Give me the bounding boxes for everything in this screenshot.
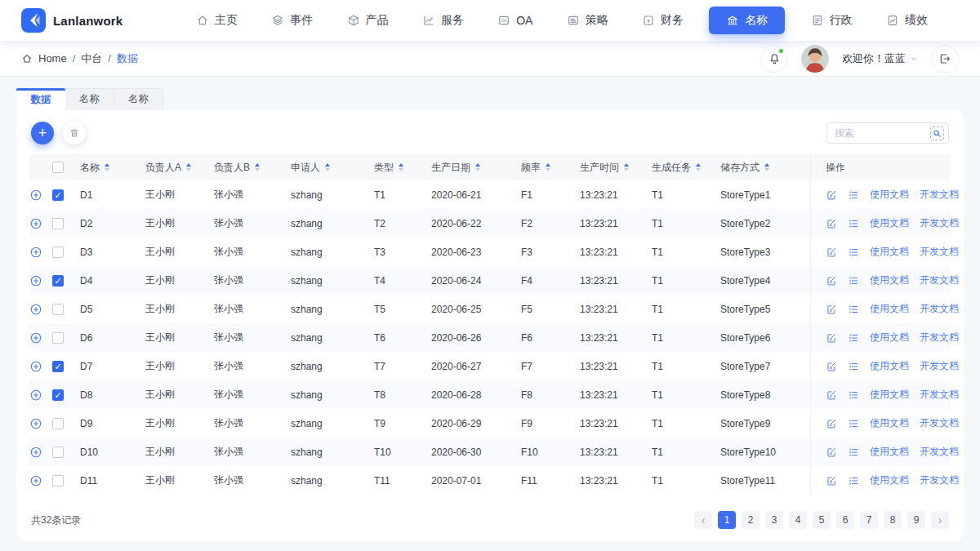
nav-item-绩效[interactable]: 绩效 — [878, 7, 936, 33]
tab-1[interactable]: 数据 — [16, 88, 65, 110]
row-checkbox[interactable] — [52, 418, 64, 429]
user-avatar[interactable] — [801, 45, 829, 73]
sort-icon[interactable] — [105, 163, 109, 171]
row-expand-button[interactable] — [29, 446, 52, 459]
usage-doc-link[interactable]: 使用文档 — [870, 331, 909, 344]
sort-icon[interactable] — [186, 163, 191, 171]
row-expand-button[interactable] — [29, 246, 52, 259]
row-checkbox[interactable] — [52, 475, 64, 487]
sort-icon[interactable] — [325, 163, 330, 171]
nav-item-名称[interactable]: 名称 — [709, 7, 785, 34]
prev-page-button[interactable]: ‹ — [694, 511, 712, 529]
edit-icon[interactable] — [826, 389, 837, 401]
edit-icon[interactable] — [826, 275, 837, 287]
list-icon[interactable] — [848, 304, 859, 315]
search-input[interactable] — [835, 127, 930, 139]
list-icon[interactable] — [848, 275, 859, 287]
dev-doc-link[interactable]: 开发文档 — [920, 473, 959, 487]
usage-doc-link[interactable]: 使用文档 — [870, 359, 909, 373]
breadcrumb-item[interactable]: 中台 — [81, 51, 102, 66]
page-button-9[interactable]: 9 — [907, 511, 925, 529]
add-button[interactable]: + — [31, 122, 54, 144]
delete-button[interactable] — [63, 122, 86, 144]
list-icon[interactable] — [848, 218, 859, 229]
page-button-4[interactable]: 4 — [789, 511, 807, 529]
row-checkbox[interactable]: ✓ — [52, 275, 64, 287]
row-checkbox[interactable] — [52, 218, 64, 229]
brand[interactable]: Lanlanwork — [21, 8, 158, 33]
list-icon[interactable] — [848, 361, 859, 372]
edit-icon[interactable] — [826, 361, 837, 372]
sort-icon[interactable] — [255, 163, 260, 171]
nav-item-OA[interactable]: OAOA — [489, 8, 541, 33]
nav-item-策略[interactable]: 策略 — [559, 7, 617, 33]
dev-doc-link[interactable]: 开发文档 — [920, 302, 959, 316]
sort-icon[interactable] — [696, 163, 701, 171]
usage-doc-link[interactable]: 使用文档 — [870, 473, 909, 487]
row-checkbox[interactable] — [52, 247, 64, 258]
row-checkbox[interactable]: ✓ — [52, 361, 64, 372]
list-icon[interactable] — [848, 475, 859, 487]
usage-doc-link[interactable]: 使用文档 — [870, 216, 909, 230]
sort-icon[interactable] — [475, 163, 480, 171]
list-icon[interactable] — [848, 332, 859, 344]
row-expand-button[interactable] — [29, 389, 52, 402]
dev-doc-link[interactable]: 开发文档 — [920, 445, 959, 459]
search-icon[interactable] — [930, 127, 944, 140]
nav-item-行政[interactable]: 行政 — [803, 7, 861, 33]
page-button-2[interactable]: 2 — [742, 511, 760, 529]
edit-icon[interactable] — [826, 447, 837, 458]
nav-item-事件[interactable]: 事件 — [263, 7, 321, 33]
list-icon[interactable] — [848, 247, 859, 258]
row-checkbox[interactable] — [52, 447, 64, 458]
edit-icon[interactable] — [826, 189, 837, 201]
list-icon[interactable] — [848, 389, 859, 401]
row-checkbox[interactable]: ✓ — [52, 389, 64, 401]
nav-item-主页[interactable]: 主页 — [188, 7, 246, 33]
usage-doc-link[interactable]: 使用文档 — [870, 273, 909, 287]
dev-doc-link[interactable]: 开发文档 — [920, 245, 959, 259]
usage-doc-link[interactable]: 使用文档 — [870, 245, 909, 259]
row-checkbox[interactable] — [52, 304, 64, 315]
logout-button[interactable] — [931, 45, 959, 73]
breadcrumb-item[interactable]: 数据 — [117, 51, 138, 66]
tab-2[interactable]: 名称 — [65, 88, 114, 110]
dev-doc-link[interactable]: 开发文档 — [920, 388, 959, 402]
row-expand-button[interactable] — [29, 474, 52, 487]
dev-doc-link[interactable]: 开发文档 — [920, 331, 959, 344]
row-checkbox[interactable]: ✓ — [52, 189, 64, 201]
page-button-1[interactable]: 1 — [718, 511, 736, 529]
notification-bell-button[interactable] — [760, 45, 788, 73]
dev-doc-link[interactable]: 开发文档 — [920, 188, 959, 202]
usage-doc-link[interactable]: 使用文档 — [870, 302, 909, 316]
breadcrumb-item[interactable]: Home — [38, 52, 67, 64]
dev-doc-link[interactable]: 开发文档 — [920, 416, 959, 430]
row-expand-button[interactable] — [29, 417, 52, 430]
page-button-5[interactable]: 5 — [813, 511, 831, 529]
sort-icon[interactable] — [399, 163, 403, 171]
page-button-3[interactable]: 3 — [765, 511, 783, 529]
sort-icon[interactable] — [546, 163, 550, 171]
row-expand-button[interactable] — [29, 217, 52, 230]
next-page-button[interactable]: › — [931, 511, 949, 529]
sort-icon[interactable] — [764, 163, 769, 171]
user-menu[interactable]: 欢迎你！蓝蓝 — [842, 51, 918, 66]
dev-doc-link[interactable]: 开发文档 — [920, 273, 959, 287]
edit-icon[interactable] — [826, 475, 837, 487]
sort-icon[interactable] — [624, 163, 629, 171]
usage-doc-link[interactable]: 使用文档 — [870, 416, 909, 430]
nav-item-产品[interactable]: 产品 — [339, 7, 397, 33]
row-expand-button[interactable] — [29, 331, 52, 344]
nav-item-财务[interactable]: ¥财务 — [634, 7, 692, 33]
usage-doc-link[interactable]: 使用文档 — [870, 445, 909, 459]
page-button-8[interactable]: 8 — [884, 511, 902, 529]
row-expand-button[interactable] — [29, 274, 52, 287]
dev-doc-link[interactable]: 开发文档 — [920, 359, 959, 373]
row-expand-button[interactable] — [29, 360, 52, 373]
edit-icon[interactable] — [826, 304, 837, 315]
row-expand-button[interactable] — [29, 189, 52, 202]
list-icon[interactable] — [848, 189, 859, 201]
usage-doc-link[interactable]: 使用文档 — [870, 188, 909, 202]
edit-icon[interactable] — [826, 218, 837, 229]
edit-icon[interactable] — [826, 418, 837, 429]
